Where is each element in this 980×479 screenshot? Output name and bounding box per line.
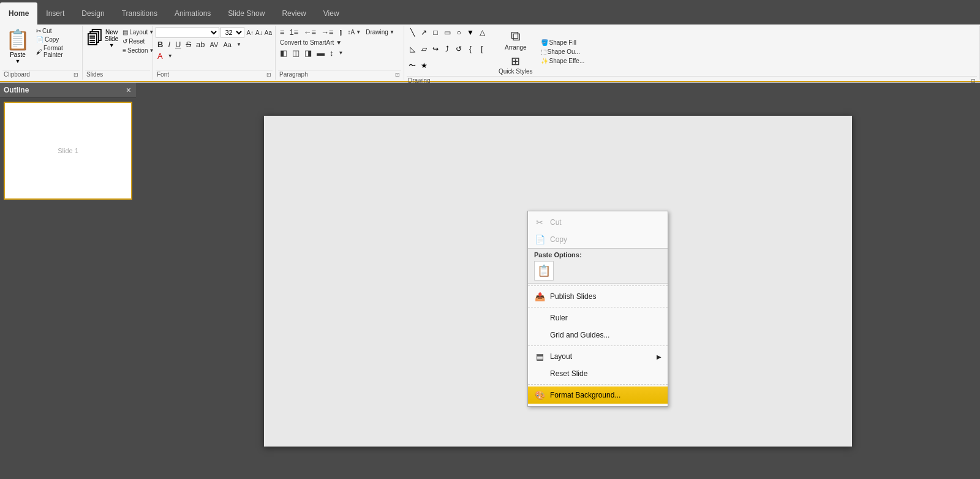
shape-bracket[interactable]: [ bbox=[477, 43, 488, 55]
shape-fill-button[interactable]: 🪣 Shape Fill bbox=[539, 39, 587, 47]
reset-label: Reset bbox=[129, 38, 145, 45]
quick-styles-button[interactable]: ⊞ Quick Styles bbox=[496, 53, 535, 76]
shape-right-triangle[interactable]: ◺ bbox=[407, 43, 418, 55]
paragraph-expand-icon[interactable]: ⊡ bbox=[395, 72, 400, 78]
publish-icon: 📤 bbox=[534, 291, 545, 302]
context-menu-copy[interactable]: 📄 Copy bbox=[528, 231, 668, 248]
tab-review[interactable]: Review bbox=[273, 2, 314, 25]
cut-menu-icon: ✂ bbox=[534, 217, 545, 228]
shape-arrow[interactable]: ↗ bbox=[418, 27, 429, 38]
shape-line[interactable]: ╲ bbox=[407, 27, 418, 38]
slides-content: 🗐 New Slide ▼ ▤ Layout ▼ ↺ Res bbox=[85, 27, 150, 70]
context-menu-publish[interactable]: 📤 Publish Slides bbox=[528, 288, 668, 305]
tab-transitions[interactable]: Transitions bbox=[113, 2, 166, 25]
shape-more[interactable]: ▼ bbox=[465, 27, 476, 38]
line-spacing-arrow[interactable]: ▼ bbox=[337, 48, 345, 58]
copy-button[interactable]: 📄 Copy bbox=[34, 36, 80, 43]
context-menu-format-bg[interactable]: 🎨 Format Background... bbox=[528, 387, 668, 404]
slides-label-row: Slides bbox=[85, 70, 150, 78]
align-left-button[interactable]: ◧ bbox=[278, 48, 289, 58]
publish-label: Publish Slides bbox=[550, 292, 662, 301]
drawing-top: ╲ ↗ □ ▭ ○ ▼ △ ◺ ▱ ↪ ⤴ ↺ { [ 〜 ★ bbox=[407, 27, 977, 76]
copy-menu-icon: 📄 bbox=[534, 234, 545, 245]
section-button[interactable]: ≡ Section ▼ bbox=[121, 47, 156, 55]
shadow-button[interactable]: ab bbox=[194, 39, 206, 50]
columns-button[interactable]: ⫿ bbox=[337, 27, 345, 37]
tab-view[interactable]: View bbox=[315, 2, 348, 25]
sidebar-close-button[interactable]: × bbox=[125, 85, 132, 95]
charspacing-button[interactable]: AV bbox=[208, 40, 221, 49]
convert-smartart-button[interactable]: Convert to SmartArt ▼ bbox=[278, 39, 344, 47]
align-right-button[interactable]: ◨ bbox=[303, 48, 314, 58]
shapes-grid: ╲ ↗ □ ▭ ○ ▼ △ ◺ ▱ ↪ ⤴ ↺ { [ 〜 ★ bbox=[407, 27, 492, 76]
ribbon-content: 📋 Paste ▼ ✂ Cut 📄 Copy 🖌 Format bbox=[0, 25, 980, 82]
line-spacing-button[interactable]: ↕ bbox=[328, 48, 336, 58]
shape-rounded-rect[interactable]: ▭ bbox=[442, 27, 453, 38]
shape-fill-icon: 🪣 bbox=[541, 39, 548, 46]
shape-brace[interactable]: { bbox=[465, 43, 476, 55]
canvas-area[interactable]: ✂ Cut 📄 Copy Paste Options: 📋 bbox=[136, 83, 980, 479]
shape-outline-button[interactable]: ⬚ Shape Ou... bbox=[539, 48, 587, 56]
underline-button[interactable]: U bbox=[173, 39, 183, 50]
decrease-indent-button[interactable]: ←≡ bbox=[301, 27, 318, 37]
font-color-dropdown[interactable]: ▼ bbox=[166, 53, 175, 59]
align-center-button[interactable]: ◫ bbox=[290, 48, 301, 58]
bold-button[interactable]: B bbox=[156, 39, 165, 50]
shape-circle[interactable]: ○ bbox=[453, 27, 464, 38]
layout-button[interactable]: ▤ Layout ▼ bbox=[121, 28, 156, 36]
align-text-button[interactable]: Drawing ▼ bbox=[364, 27, 396, 37]
clipboard-expand-icon[interactable]: ⊡ bbox=[74, 72, 78, 78]
font-increase-button[interactable]: A↑ bbox=[246, 27, 254, 38]
increase-indent-button[interactable]: →≡ bbox=[319, 27, 336, 37]
tab-design[interactable]: Design bbox=[73, 2, 113, 25]
text-direction-button[interactable]: ↕A ▼ bbox=[346, 27, 363, 37]
italic-button[interactable]: I bbox=[166, 39, 172, 50]
font-size-select[interactable]: 32 bbox=[221, 27, 244, 38]
paragraph-label-row: Paragraph ⊡ bbox=[278, 70, 401, 78]
textcase-button[interactable]: Aa bbox=[221, 40, 233, 49]
reset-icon: ↺ bbox=[123, 38, 127, 45]
tab-insert[interactable]: Insert bbox=[37, 2, 73, 25]
shape-effects-button[interactable]: ✨ Shape Effe... bbox=[539, 57, 587, 65]
shape-wave[interactable]: 〜 bbox=[407, 60, 418, 71]
font-color-button[interactable]: A bbox=[156, 51, 165, 61]
clear-formatting-button[interactable]: Aa bbox=[264, 27, 273, 38]
format-bg-label: Format Background... bbox=[550, 391, 662, 399]
font-color-arrow[interactable]: ▼ bbox=[235, 41, 243, 48]
shape-rect[interactable]: □ bbox=[430, 27, 441, 38]
shape-parallelogram[interactable]: ▱ bbox=[418, 43, 429, 55]
menu-divider-1 bbox=[528, 285, 668, 286]
shape-curved-arrow[interactable]: ↺ bbox=[453, 43, 464, 55]
paste-option-1[interactable]: 📋 bbox=[534, 261, 554, 281]
clipboard-top: 📋 Paste ▼ ✂ Cut 📄 Copy 🖌 Format bbox=[2, 27, 80, 70]
shape-triangle[interactable]: △ bbox=[477, 27, 488, 38]
context-menu-ruler[interactable]: Ruler bbox=[528, 309, 668, 326]
shape-curve-arrow[interactable]: ↪ bbox=[430, 43, 441, 55]
strikethrough-button[interactable]: S bbox=[184, 39, 193, 50]
shape-star[interactable]: ★ bbox=[418, 60, 429, 71]
tab-home[interactable]: Home bbox=[0, 2, 37, 25]
sidebar: Outline × Slide 1 bbox=[0, 83, 136, 479]
tab-slideshow[interactable]: Slide Show bbox=[219, 2, 273, 25]
context-menu-grid[interactable]: Grid and Guides... bbox=[528, 326, 668, 344]
context-menu-layout[interactable]: ▤ Layout ▶ bbox=[528, 348, 668, 365]
shape-bent-arrow[interactable]: ⤴ bbox=[442, 43, 453, 55]
font-expand-icon[interactable]: ⊡ bbox=[266, 72, 271, 78]
reset-button[interactable]: ↺ Reset bbox=[121, 37, 156, 45]
format-bg-icon: 🎨 bbox=[534, 390, 545, 401]
context-menu-reset[interactable]: Reset Slide bbox=[528, 365, 668, 382]
font-family-select[interactable] bbox=[156, 27, 219, 38]
arrange-button[interactable]: ⧉ Arrange bbox=[496, 27, 535, 52]
slide-canvas[interactable]: ✂ Cut 📄 Copy Paste Options: 📋 bbox=[264, 116, 852, 447]
font-decrease-button[interactable]: A↓ bbox=[255, 27, 263, 38]
align-justify-button[interactable]: ▬ bbox=[315, 48, 326, 58]
bullets-button[interactable]: ≡ bbox=[278, 27, 287, 37]
numbering-button[interactable]: 1≡ bbox=[288, 27, 301, 37]
format-painter-button[interactable]: 🖌 Format Painter bbox=[34, 44, 80, 59]
cut-button[interactable]: ✂ Cut bbox=[34, 27, 80, 35]
paste-button[interactable]: 📋 Paste ▼ bbox=[2, 27, 33, 70]
new-slide-icon: 🗐 bbox=[86, 28, 104, 48]
context-menu-cut[interactable]: ✂ Cut bbox=[528, 214, 668, 231]
new-slide-button[interactable]: 🗐 New Slide ▼ bbox=[85, 27, 119, 50]
tab-animations[interactable]: Animations bbox=[166, 2, 219, 25]
